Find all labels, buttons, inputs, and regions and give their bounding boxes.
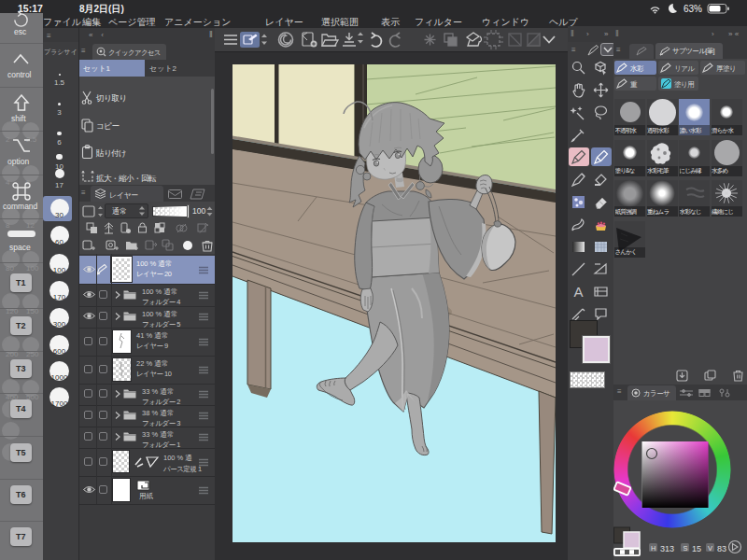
svg-text:H: H xyxy=(651,544,655,553)
svg-text:V: V xyxy=(708,544,712,553)
svg-text:S: S xyxy=(684,544,688,553)
svg-text:83: 83 xyxy=(717,544,726,553)
svg-text:15: 15 xyxy=(692,544,701,553)
svg-text:A: A xyxy=(573,284,583,300)
svg-text:63%: 63% xyxy=(684,4,702,14)
svg-text:313: 313 xyxy=(660,544,674,553)
